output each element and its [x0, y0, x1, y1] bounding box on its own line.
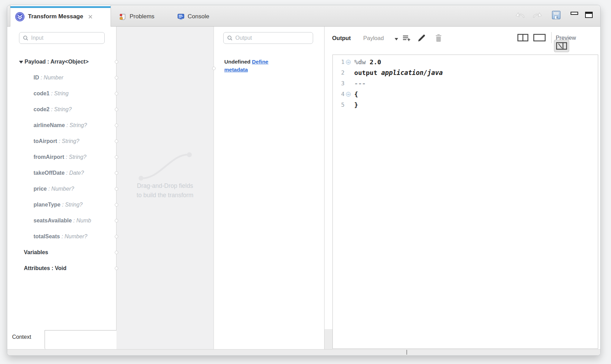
input-search-field[interactable]	[31, 35, 103, 41]
drag-anchor-payload[interactable]	[115, 60, 118, 64]
console-icon	[177, 13, 185, 20]
line-number: 2	[333, 69, 345, 76]
drag-anchor-totalseats[interactable]	[115, 235, 118, 238]
input-search[interactable]	[19, 32, 105, 44]
maximize-icon[interactable]	[585, 12, 593, 18]
tab-console[interactable]: Console	[177, 5, 209, 27]
drag-anchor-variables[interactable]	[115, 251, 118, 254]
drag-anchor-airlinename[interactable]	[115, 124, 118, 127]
output-search[interactable]	[223, 32, 313, 44]
search-icon	[227, 35, 233, 41]
editor-content: Payload : Array<Object>ID : Numbercode1 …	[7, 27, 600, 349]
code-line-5: 5}	[333, 99, 598, 110]
fold-collapse-icon[interactable]: −	[346, 60, 351, 65]
tree-item-code1[interactable]: code1 : String	[7, 86, 116, 102]
redo-icon[interactable]	[532, 10, 543, 20]
tree-item-planetype[interactable]: planeType : String?	[7, 197, 116, 213]
tab-bar: Transform Message Problems	[7, 5, 600, 27]
line-number: 5	[333, 102, 345, 108]
output-metadata-status: Undefined Define metadata	[224, 58, 286, 74]
toolbar-divider	[551, 32, 552, 43]
tree-item-id[interactable]: ID : Number	[7, 70, 116, 86]
transform-message-window: Transform Message Problems	[7, 5, 601, 356]
sash-handle[interactable]	[406, 350, 407, 355]
line-number: 1	[333, 59, 345, 65]
line-number: 4	[333, 91, 345, 97]
drag-anchor-planetype[interactable]	[115, 203, 118, 207]
window-footer	[7, 349, 600, 355]
code-lines: 1−%dw 2.02output application/java3---4−{…	[333, 55, 598, 110]
tree-item-price[interactable]: price : Number?	[7, 181, 116, 197]
code-line-1: 1−%dw 2.0	[333, 57, 598, 67]
context-tab[interactable]: Context	[12, 334, 31, 340]
active-tab-accent	[10, 6, 111, 8]
view-split-icon[interactable]	[515, 31, 530, 44]
view-graphical-script-icon[interactable]	[554, 40, 569, 52]
close-tab-icon[interactable]	[88, 15, 93, 19]
tree-item-totalseats[interactable]: totalSeats : Number?	[7, 229, 116, 245]
code-line-4: 4−{	[333, 89, 598, 99]
window-toolbar	[515, 10, 593, 20]
dataweave-logo-icon	[15, 12, 25, 21]
drag-anchor-takeoffdate[interactable]	[115, 171, 118, 175]
chevron-down-icon[interactable]	[395, 38, 398, 40]
delete-trash-icon[interactable]	[434, 33, 443, 42]
tree-item-toairport[interactable]: toAirport : String?	[7, 133, 116, 149]
script-editor-panel: Output Payload	[325, 27, 600, 349]
expander-triangle-icon[interactable]	[19, 61, 23, 64]
output-tree-panel: Undefined Define metadata	[214, 27, 325, 349]
drag-anchor-code1[interactable]	[115, 92, 118, 95]
tab-label: Problems	[130, 13, 154, 20]
problems-icon	[119, 13, 126, 20]
drag-anchor-seatsavailable[interactable]	[115, 219, 118, 222]
view-toggle-group: Preview	[515, 31, 576, 44]
editor-output-title: Output	[332, 35, 351, 41]
tree-item-seatsavailable[interactable]: seatsAvailable : Numb	[7, 213, 116, 229]
drag-drop-hint: Drag-and-Drop fields to build the transf…	[116, 181, 214, 200]
tree-item-attributes[interactable]: Attributes : Void	[7, 260, 116, 276]
tab-transform-message[interactable]: Transform Message	[10, 5, 111, 27]
payload-selector[interactable]: Payload	[363, 35, 384, 41]
edit-pencil-icon[interactable]	[417, 33, 426, 42]
input-tree-panel: Payload : Array<Object>ID : Numbercode1 …	[7, 27, 116, 349]
tab-problems[interactable]: Problems	[119, 5, 154, 27]
tree-item-payload[interactable]: Payload : Array<Object>	[7, 54, 116, 70]
undo-icon[interactable]	[515, 10, 526, 20]
tree-item-code2[interactable]: code2 : String?	[7, 102, 116, 117]
mapping-canvas[interactable]: Drag-and-Drop fields to build the transf…	[116, 27, 214, 349]
tab-label: Console	[188, 13, 209, 20]
fold-collapse-icon[interactable]: −	[346, 92, 351, 97]
search-icon	[23, 35, 29, 41]
drag-anchor-code2[interactable]	[115, 108, 118, 111]
tree-item-fromairport[interactable]: fromAirport : String?	[7, 149, 116, 165]
editor-header: Output Payload	[325, 27, 600, 49]
add-transform-icon[interactable]	[402, 33, 411, 42]
undefined-label: Undefined	[224, 59, 251, 65]
output-search-field[interactable]	[235, 35, 309, 41]
tree-item-airlinename[interactable]: airlineName : String?	[7, 117, 116, 133]
drag-anchor-toairport[interactable]	[115, 140, 118, 143]
drag-anchor-attributes[interactable]	[115, 267, 118, 270]
drag-anchor-id[interactable]	[115, 76, 118, 79]
code-line-2: 2output application/java	[333, 67, 598, 78]
dataweave-code-editor[interactable]: 1−%dw 2.02output application/java3---4−{…	[332, 55, 598, 349]
tree-item-takeoffdate[interactable]: takeOffDate : Date?	[7, 165, 116, 181]
view-script-only-icon[interactable]	[532, 31, 547, 44]
drag-anchor-fromairport[interactable]	[115, 155, 118, 159]
context-tab-notch	[45, 330, 116, 349]
drag-anchor-price[interactable]	[115, 187, 118, 191]
editor-ruler-corner	[325, 329, 333, 349]
tab-label: Transform Message	[28, 13, 83, 20]
tree-item-variables[interactable]: Variables	[7, 245, 116, 260]
code-line-3: 3---	[333, 78, 598, 89]
save-icon[interactable]	[552, 10, 561, 20]
drag-anchor-output[interactable]	[212, 67, 216, 70]
line-number: 3	[333, 80, 345, 87]
